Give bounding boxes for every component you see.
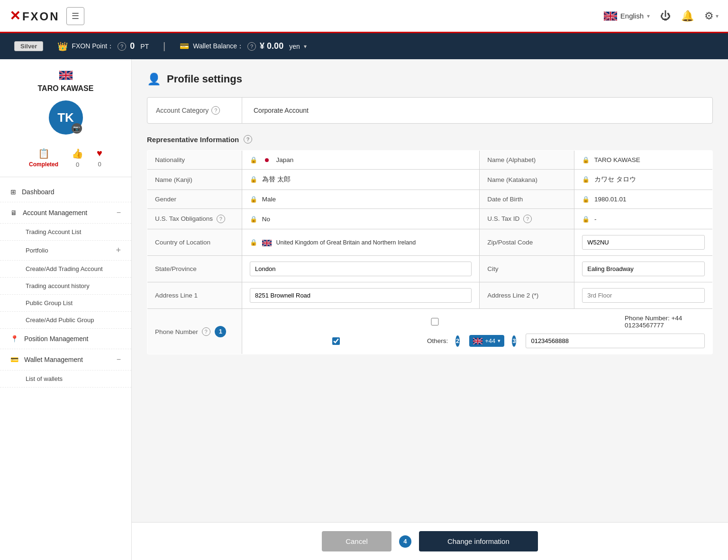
address-line1-input[interactable] xyxy=(250,288,472,303)
wallet-help-icon[interactable]: ? xyxy=(247,42,256,51)
address-line1-value xyxy=(242,282,480,309)
sidebar-item-account-management[interactable]: 🖥 Account Management − xyxy=(0,202,131,224)
sidebar-item-dashboard[interactable]: ⊞ Dashboard xyxy=(0,182,131,202)
fxon-point-help-icon[interactable]: ? xyxy=(118,42,126,51)
table-row-name-kanji: Name (Kanji) 🔒 為替 太郎 Name (Katakana) 🔒 カ… xyxy=(147,170,713,190)
language-chevron: ▾ xyxy=(647,13,650,19)
favorites-count: 0 xyxy=(98,161,101,168)
country-uk-flag-icon xyxy=(262,240,272,246)
top-navigation: ✕ FXON ☰ English ▾ ⏻ 🔔 xyxy=(0,0,728,33)
name-kanji-lock-icon: 🔒 xyxy=(250,176,257,183)
logo-area: ✕ FXON ☰ xyxy=(9,7,604,25)
dashboard-label: Dashboard xyxy=(22,188,121,196)
portfolio-label: Portfolio xyxy=(26,247,48,254)
position-mgmt-label: Position Management xyxy=(24,335,121,343)
address-line2-input[interactable] xyxy=(582,288,705,303)
table-row-phone: Phone Number ? 1 Phone Number: +44 01234… xyxy=(147,309,713,354)
wallet-balance-label: Wallet Balance： xyxy=(193,42,244,51)
sidebar-subitem-create-public-group[interactable]: Create/Add Public Group xyxy=(0,312,131,329)
city-input[interactable] xyxy=(582,262,705,276)
account-mgmt-label: Account Management xyxy=(23,209,111,217)
dashboard-icon: ⊞ xyxy=(10,188,16,196)
wallet-mgmt-label: Wallet Management xyxy=(24,356,111,363)
yen-label: yen xyxy=(289,43,300,50)
wallet-value: ¥ 0.00 xyxy=(260,41,283,51)
phone-others-option: Others: 2 xyxy=(250,334,705,348)
japan-flag-icon xyxy=(262,157,272,163)
phone-others-checkbox[interactable] xyxy=(250,337,422,345)
phone-number-input[interactable] xyxy=(526,334,705,348)
address-line2-value xyxy=(574,282,713,309)
nationality-lock-icon: 🔒 xyxy=(250,156,257,163)
settings-button[interactable]: ⚙ ▾ xyxy=(704,10,719,22)
rep-info-table: Nationality 🔒 Japan Name (Alphabet) 🔒 xyxy=(147,150,713,354)
svg-rect-38 xyxy=(473,341,482,342)
change-information-button[interactable]: Change information xyxy=(419,531,538,551)
phone-country-code-selector[interactable]: +44 ▾ xyxy=(469,335,504,347)
svg-rect-18 xyxy=(59,75,73,76)
sidebar-subitem-create-trading-account[interactable]: Create/Add Trading Account xyxy=(0,261,131,278)
gender-label: Gender xyxy=(147,190,242,209)
wallet-mgmt-collapse-icon: − xyxy=(117,355,121,364)
us-tax-obligation-label: U.S. Tax Obligations ? xyxy=(147,209,242,229)
zip-postal-label: Zip/Postal Code xyxy=(480,229,574,256)
phone-number-label: Phone Number ? 1 xyxy=(147,309,242,354)
name-katakana-label: Name (Katakana) xyxy=(480,170,574,190)
power-icon[interactable]: ⏻ xyxy=(660,10,671,22)
gender-lock-icon: 🔒 xyxy=(250,196,257,203)
svg-rect-9 xyxy=(604,15,617,17)
step-4-badge: 4 xyxy=(399,535,411,548)
phone-registered-checkbox[interactable] xyxy=(250,318,620,325)
nationality-label: Nationality xyxy=(147,151,242,170)
sidebar-subitem-trading-history[interactable]: Trading account history xyxy=(0,278,131,295)
name-alphabet-value: 🔒 TARO KAWASE xyxy=(574,151,713,170)
name-kanji-value: 🔒 為替 太郎 xyxy=(242,170,480,190)
nav-right: English ▾ ⏻ 🔔 ⚙ ▾ xyxy=(604,10,719,22)
cancel-button[interactable]: Cancel xyxy=(322,531,391,551)
sidebar-item-wallet-management[interactable]: 💳 Wallet Management − xyxy=(0,349,131,370)
sidebar-subitem-trading-account-list[interactable]: Trading Account List xyxy=(0,224,131,241)
silver-badge: Silver xyxy=(14,41,43,51)
phone-registered-label: Phone Number: +44 01234567777 xyxy=(625,315,705,329)
account-category-label: Account Category ? xyxy=(147,98,242,123)
sidebar-subitem-public-group-list[interactable]: Public Group List xyxy=(0,295,131,312)
country-label: Country of Location xyxy=(147,229,242,256)
account-category-row: Account Category ? Corporate Account xyxy=(147,98,712,123)
address-line2-label: Address Line 2 (*) xyxy=(480,282,574,309)
state-province-input[interactable] xyxy=(250,262,472,276)
avatar-wrap: TK 📷 xyxy=(49,100,83,135)
zip-postal-value xyxy=(574,229,713,256)
us-tax-id-value: 🔒 - xyxy=(574,209,713,229)
us-tax-help-icon[interactable]: ? xyxy=(217,215,225,223)
zip-postal-input[interactable] xyxy=(582,235,705,250)
sidebar-item-position-management[interactable]: 📍 Position Management xyxy=(0,329,131,349)
notification-icon[interactable]: 🔔 xyxy=(681,10,694,22)
uk-flag-icon xyxy=(604,11,617,21)
camera-icon[interactable]: 📷 xyxy=(72,123,82,134)
phone-number-field: Phone Number: +44 01234567777 Others: 2 xyxy=(242,309,713,354)
table-row-address: Address Line 1 Address Line 2 (*) xyxy=(147,282,713,309)
wallet-mgmt-icon: 💳 xyxy=(10,356,18,363)
sidebar: TARO KAWASE TK 📷 📋 Completed 👍 0 ♥ xyxy=(0,59,132,560)
profile-stats: 📋 Completed 👍 0 ♥ 0 xyxy=(8,148,124,168)
phone-code-label: +44 xyxy=(485,337,495,344)
portfolio-add-icon[interactable]: + xyxy=(116,245,121,255)
phone-help-icon[interactable]: ? xyxy=(202,327,210,336)
page-title: Profile settings xyxy=(167,73,242,85)
us-tax-lock-icon: 🔒 xyxy=(250,216,257,223)
completed-stat: 📋 Completed xyxy=(29,148,58,168)
step-1-badge: 1 xyxy=(215,326,226,337)
name-katakana-lock-icon: 🔒 xyxy=(582,176,590,183)
account-category-help-icon[interactable]: ? xyxy=(211,106,220,115)
main-layout: TARO KAWASE TK 📷 📋 Completed 👍 0 ♥ xyxy=(0,59,728,560)
hamburger-button[interactable]: ☰ xyxy=(66,7,84,25)
language-selector[interactable]: English ▾ xyxy=(604,11,650,21)
rep-info-help-icon[interactable]: ? xyxy=(244,135,252,144)
state-province-value xyxy=(242,256,480,282)
us-tax-id-lock-icon: 🔒 xyxy=(582,216,590,223)
profile-uk-flag-icon xyxy=(59,71,73,80)
step-2-badge: 2 xyxy=(455,335,460,347)
sidebar-subitem-portfolio[interactable]: Portfolio + xyxy=(0,241,131,261)
us-tax-id-help-icon[interactable]: ? xyxy=(523,215,532,223)
sidebar-subitem-list-of-wallets[interactable]: List of wallets xyxy=(0,370,131,388)
